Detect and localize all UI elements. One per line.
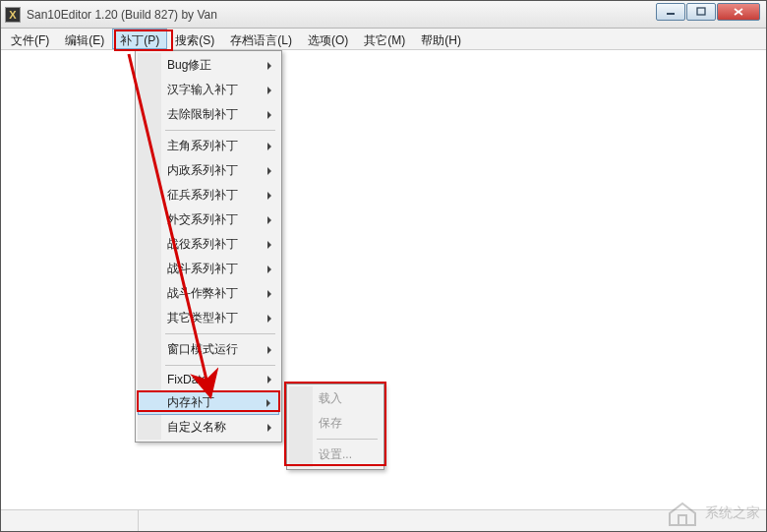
menu-item-label: 战斗系列补丁: [167, 262, 238, 275]
memory-patch-submenu: 载入 保存 设置...: [286, 384, 384, 470]
menu-item-label: 去除限制补丁: [167, 107, 238, 121]
patch-item-bugfix[interactable]: Bug修正: [138, 53, 279, 78]
menu-other[interactable]: 其它(M): [356, 29, 413, 49]
memory-submenu-load[interactable]: 载入: [289, 386, 382, 411]
patch-item-diplomacy[interactable]: 外交系列补丁: [138, 207, 279, 232]
memory-submenu-save[interactable]: 保存: [289, 411, 382, 436]
menu-item-label: 汉字输入补丁: [167, 83, 238, 96]
patch-item-recruit[interactable]: 征兵系列补丁: [138, 183, 279, 207]
submenu-arrow-icon: [267, 192, 271, 200]
patch-item-battle[interactable]: 战斗系列补丁: [138, 257, 279, 281]
patch-item-battle-cheat[interactable]: 战斗作弊补丁: [138, 281, 279, 306]
menu-file[interactable]: 文件(F): [3, 29, 57, 49]
menu-search[interactable]: 搜索(S): [167, 29, 222, 49]
patch-item-custom-name[interactable]: 自定义名称: [138, 415, 279, 440]
window-controls: [656, 3, 760, 21]
menu-item-label: 内存补丁: [167, 395, 214, 409]
menu-item-label: 保存: [319, 416, 342, 430]
menu-bar: 文件(F) 编辑(E) 补丁(P) 搜索(S) 存档语言(L) 选项(O) 其它…: [1, 29, 766, 50]
menu-item-label: Bug修正: [167, 58, 211, 72]
menu-save-language[interactable]: 存档语言(L): [222, 29, 300, 49]
menu-item-label: 窗口模式运行: [167, 342, 238, 356]
title-bar: X San10Editor 1.20 (Build 827) by Van: [1, 1, 766, 29]
menu-item-label: 主角系列补丁: [167, 139, 238, 152]
submenu-arrow-icon: [267, 167, 271, 175]
menu-item-label: 设置...: [319, 447, 352, 461]
menu-item-label: 战役系列补丁: [167, 237, 238, 251]
patch-item-internal-affairs[interactable]: 内政系列补丁: [138, 158, 279, 183]
menu-separator: [165, 333, 275, 334]
patch-item-windowed-mode[interactable]: 窗口模式运行: [138, 337, 279, 362]
svg-rect-1: [697, 8, 705, 15]
menu-separator: [165, 130, 275, 131]
app-icon: X: [5, 7, 21, 23]
patch-item-memory-patch[interactable]: 内存补丁: [138, 390, 279, 415]
patch-item-hanzi-input[interactable]: 汉字输入补丁: [138, 78, 279, 102]
patch-item-campaign[interactable]: 战役系列补丁: [138, 232, 279, 257]
patch-item-main-char[interactable]: 主角系列补丁: [138, 134, 279, 158]
menu-item-label: 自定义名称: [167, 420, 226, 434]
patch-item-fixdata[interactable]: FixData: [138, 369, 279, 390]
close-button[interactable]: [717, 3, 760, 21]
submenu-arrow-icon: [267, 315, 271, 323]
menu-separator: [317, 439, 378, 440]
menu-item-label: 其它类型补丁: [167, 311, 238, 325]
memory-submenu-settings[interactable]: 设置...: [289, 443, 382, 467]
submenu-arrow-icon: [266, 399, 270, 407]
menu-help[interactable]: 帮助(H): [413, 29, 469, 49]
window-title: San10Editor 1.20 (Build 827) by Van: [27, 8, 217, 22]
submenu-arrow-icon: [267, 111, 271, 119]
menu-item-label: 外交系列补丁: [167, 212, 238, 226]
menu-item-label: 征兵系列补丁: [167, 188, 238, 202]
patch-dropdown: Bug修正 汉字输入补丁 去除限制补丁 主角系列补丁 内政系列补丁 征兵系列补丁…: [135, 50, 282, 443]
submenu-arrow-icon: [267, 266, 271, 273]
menu-item-label: 载入: [319, 391, 342, 405]
menu-item-label: FixData: [167, 373, 207, 386]
menu-item-label: 内政系列补丁: [167, 163, 238, 177]
submenu-arrow-icon: [267, 290, 271, 298]
maximize-button[interactable]: [686, 3, 716, 21]
submenu-arrow-icon: [267, 62, 271, 70]
menu-separator: [165, 365, 275, 366]
submenu-arrow-icon: [267, 376, 271, 384]
menu-item-label: 战斗作弊补丁: [167, 286, 238, 300]
status-bar: [1, 509, 766, 531]
submenu-arrow-icon: [267, 216, 271, 224]
menu-options[interactable]: 选项(O): [300, 29, 356, 49]
patch-item-other-type[interactable]: 其它类型补丁: [138, 306, 279, 330]
submenu-arrow-icon: [267, 143, 271, 150]
menu-edit[interactable]: 编辑(E): [57, 29, 112, 49]
menu-patch[interactable]: 补丁(P): [112, 29, 167, 49]
minimize-button[interactable]: [656, 3, 685, 21]
submenu-arrow-icon: [267, 424, 271, 432]
submenu-arrow-icon: [267, 87, 271, 94]
submenu-arrow-icon: [267, 346, 271, 354]
patch-item-remove-limit[interactable]: 去除限制补丁: [138, 102, 279, 127]
submenu-arrow-icon: [267, 241, 271, 249]
